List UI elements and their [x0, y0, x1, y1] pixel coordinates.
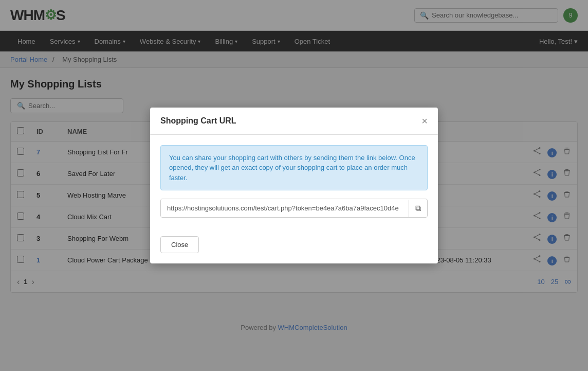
shopping-cart-url-modal: Shopping Cart URL × You can share your s…: [150, 108, 438, 264]
modal-overlay: Shopping Cart URL × You can share your s…: [0, 0, 588, 342]
modal-close-btn[interactable]: Close: [160, 236, 199, 253]
modal-close-button[interactable]: ×: [421, 116, 428, 126]
modal-header: Shopping Cart URL ×: [150, 108, 438, 135]
modal-body: You can share your shopping cart with ot…: [150, 135, 438, 237]
modal-title: Shopping Cart URL: [160, 116, 236, 126]
url-box: https://hostingsolutiuons.com/test/cart.…: [160, 199, 428, 218]
copy-url-button[interactable]: ⧉: [409, 200, 427, 217]
modal-footer: Close: [150, 236, 438, 263]
modal-info-box: You can share your shopping cart with ot…: [160, 145, 428, 191]
cart-url: https://hostingsolutiuons.com/test/cart.…: [161, 199, 409, 217]
